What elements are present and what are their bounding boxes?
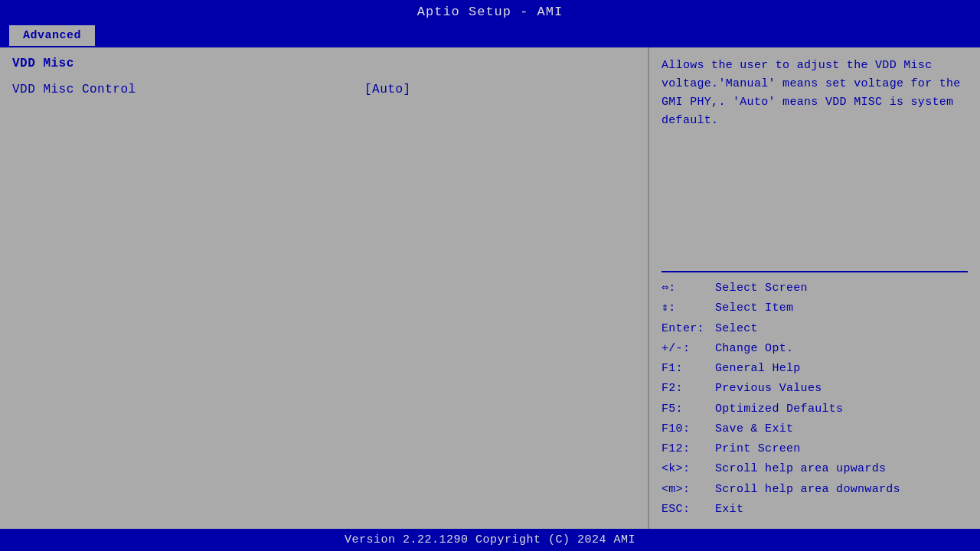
key-label: Enter:: [662, 319, 715, 339]
title-bar: Aptio Setup - AMI: [0, 0, 980, 24]
help-text: Allows the user to adjust the VDD Misc v…: [662, 57, 968, 265]
left-panel: VDD Misc VDD Misc Control [Auto]: [0, 47, 649, 529]
key-binding-row: ESC: Exit: [662, 500, 968, 520]
key-action: Scroll help area downwards: [715, 480, 900, 500]
key-binding-row: F5: Optimized Defaults: [662, 399, 968, 419]
app-title: Aptio Setup - AMI: [417, 5, 563, 19]
key-binding-row: ⇔: Select Screen: [662, 279, 968, 298]
key-label: F5:: [662, 399, 715, 419]
key-binding-row: <k>: Scroll help area upwards: [662, 459, 968, 479]
setting-value-vdd-misc-control[interactable]: [Auto]: [364, 83, 411, 96]
key-label: <m>:: [662, 480, 715, 500]
key-action: Select: [715, 319, 758, 339]
key-label: F12:: [662, 439, 715, 459]
key-label: F10:: [662, 419, 715, 439]
key-action: Change Opt.: [715, 339, 793, 359]
key-action: Scroll help area upwards: [715, 459, 886, 479]
tab-advanced[interactable]: Advanced: [8, 24, 96, 46]
key-label: +/-:: [662, 339, 715, 359]
key-binding-row: F2: Previous Values: [662, 379, 968, 399]
key-binding-row: Enter: Select: [662, 319, 968, 339]
key-label: ⇔:: [662, 279, 715, 298]
key-label: F1:: [662, 359, 715, 379]
divider: [662, 271, 968, 272]
key-binding-row: ⇕: Select Item: [662, 298, 968, 318]
key-bindings: ⇔: Select Screen⇕: Select ItemEnter: Sel…: [662, 279, 968, 520]
key-action: Save & Exit: [715, 419, 793, 439]
setting-row-vdd-misc-control: VDD Misc Control [Auto]: [12, 83, 635, 96]
key-action: Select Screen: [715, 279, 808, 298]
key-label: ⇕:: [662, 298, 715, 318]
key-binding-row: F10: Save & Exit: [662, 419, 968, 439]
key-action: Print Screen: [715, 439, 801, 459]
key-label: ESC:: [662, 500, 715, 520]
key-action: Previous Values: [715, 379, 822, 399]
main-content: VDD Misc VDD Misc Control [Auto] Allows …: [0, 46, 980, 529]
key-binding-row: +/-: Change Opt.: [662, 339, 968, 359]
key-action: Optimized Defaults: [715, 399, 843, 419]
footer: Version 2.22.1290 Copyright (C) 2024 AMI: [0, 529, 980, 551]
key-action: General Help: [715, 359, 801, 379]
key-binding-row: <m>: Scroll help area downwards: [662, 480, 968, 500]
key-label: F2:: [662, 379, 715, 399]
app: Aptio Setup - AMI Advanced VDD Misc VDD …: [0, 0, 980, 551]
footer-text: Version 2.22.1290 Copyright (C) 2024 AMI: [345, 533, 635, 546]
setting-label-vdd-misc-control: VDD Misc Control: [12, 83, 364, 96]
key-label: <k>:: [662, 459, 715, 479]
key-binding-row: F1: General Help: [662, 359, 968, 379]
key-action: Select Item: [715, 298, 793, 318]
key-action: Exit: [715, 500, 743, 520]
section-title: VDD Misc: [12, 57, 635, 70]
tab-bar: Advanced: [0, 24, 980, 46]
key-binding-row: F12: Print Screen: [662, 439, 968, 459]
right-panel: Allows the user to adjust the VDD Misc v…: [649, 47, 980, 529]
